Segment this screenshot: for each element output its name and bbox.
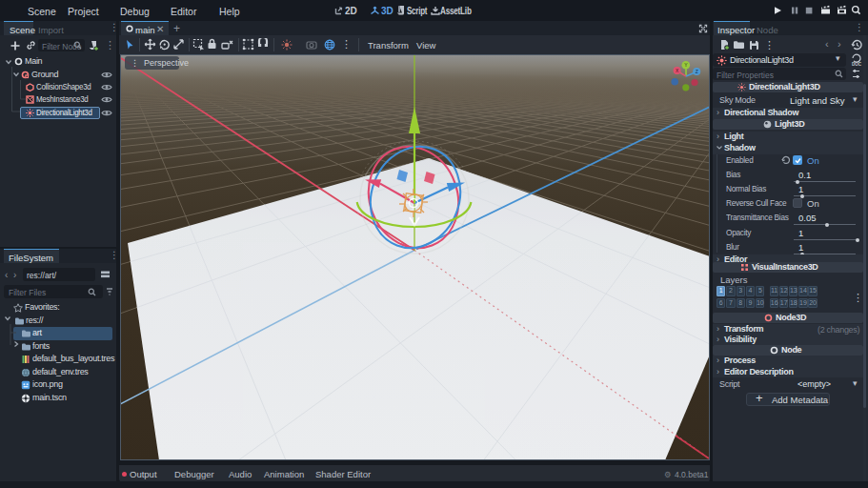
svg-text:DOC: DOC <box>852 62 862 67</box>
svg-text:Z: Z <box>696 69 698 74</box>
